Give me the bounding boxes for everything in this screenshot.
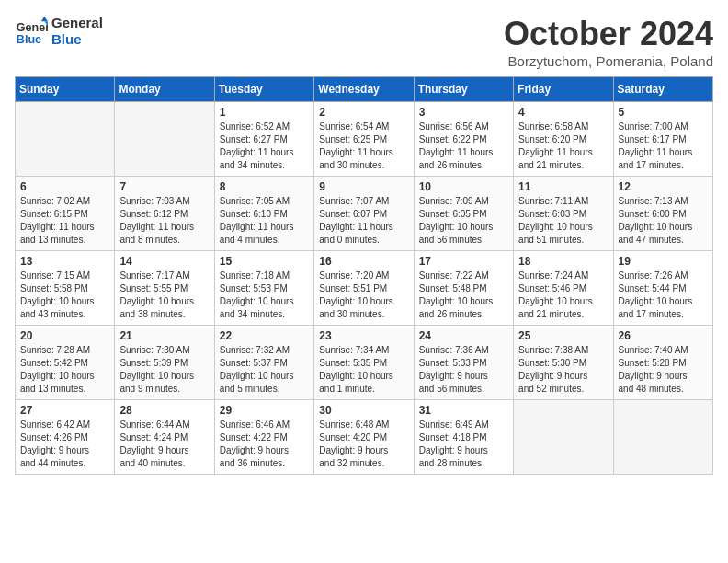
day-cell: 6Sunrise: 7:02 AM Sunset: 6:15 PM Daylig… <box>16 177 115 251</box>
day-number: 31 <box>419 404 508 417</box>
day-cell: 26Sunrise: 7:40 AM Sunset: 5:28 PM Dayli… <box>613 326 712 400</box>
day-info: Sunrise: 7:13 AM Sunset: 6:00 PM Dayligh… <box>619 195 708 247</box>
day-cell: 23Sunrise: 7:34 AM Sunset: 5:35 PM Dayli… <box>314 326 414 400</box>
day-info: Sunrise: 7:30 AM Sunset: 5:39 PM Dayligh… <box>119 344 209 396</box>
header-row: SundayMondayTuesdayWednesdayThursdayFrid… <box>16 77 713 102</box>
day-number: 5 <box>619 106 708 119</box>
day-cell: 1Sunrise: 6:52 AM Sunset: 6:27 PM Daylig… <box>214 102 313 177</box>
day-number: 6 <box>20 180 109 193</box>
day-info: Sunrise: 6:49 AM Sunset: 4:18 PM Dayligh… <box>419 419 508 470</box>
day-number: 13 <box>20 255 109 268</box>
day-cell: 3Sunrise: 6:56 AM Sunset: 6:22 PM Daylig… <box>414 102 513 177</box>
week-row-4: 20Sunrise: 7:28 AM Sunset: 5:42 PM Dayli… <box>16 326 713 400</box>
header-tuesday: Tuesday <box>214 77 313 102</box>
day-number: 7 <box>119 180 209 193</box>
day-info: Sunrise: 7:07 AM Sunset: 6:07 PM Dayligh… <box>319 195 408 247</box>
day-info: Sunrise: 7:22 AM Sunset: 5:48 PM Dayligh… <box>419 270 508 321</box>
day-cell: 29Sunrise: 6:46 AM Sunset: 4:22 PM Dayli… <box>214 400 313 475</box>
day-cell: 14Sunrise: 7:17 AM Sunset: 5:55 PM Dayli… <box>115 251 214 326</box>
day-cell: 17Sunrise: 7:22 AM Sunset: 5:48 PM Dayli… <box>414 251 513 326</box>
logo-line1: General <box>51 15 103 31</box>
day-number: 19 <box>619 255 708 268</box>
day-number: 9 <box>319 180 408 193</box>
day-number: 17 <box>419 255 508 268</box>
week-row-2: 6Sunrise: 7:02 AM Sunset: 6:15 PM Daylig… <box>16 177 713 251</box>
day-cell: 24Sunrise: 7:36 AM Sunset: 5:33 PM Dayli… <box>414 326 513 400</box>
subtitle: Borzytuchom, Pomerania, Poland <box>504 53 713 69</box>
day-number: 23 <box>319 329 408 342</box>
week-row-5: 27Sunrise: 6:42 AM Sunset: 4:26 PM Dayli… <box>16 400 713 475</box>
day-info: Sunrise: 6:52 AM Sunset: 6:27 PM Dayligh… <box>220 121 309 172</box>
logo: General Blue General Blue <box>15 15 103 48</box>
day-cell: 7Sunrise: 7:03 AM Sunset: 6:12 PM Daylig… <box>115 177 214 251</box>
day-cell <box>613 400 712 475</box>
week-row-3: 13Sunrise: 7:15 AM Sunset: 5:58 PM Dayli… <box>16 251 713 326</box>
day-number: 16 <box>319 255 408 268</box>
day-number: 21 <box>119 329 209 342</box>
day-cell: 25Sunrise: 7:38 AM Sunset: 5:30 PM Dayli… <box>514 326 613 400</box>
header-sunday: Sunday <box>16 77 115 102</box>
day-number: 22 <box>220 329 309 342</box>
day-number: 25 <box>518 329 608 342</box>
day-info: Sunrise: 7:05 AM Sunset: 6:10 PM Dayligh… <box>220 195 309 247</box>
day-info: Sunrise: 7:11 AM Sunset: 6:03 PM Dayligh… <box>518 195 608 247</box>
calendar-table: SundayMondayTuesdayWednesdayThursdayFrid… <box>15 76 713 475</box>
title-block: October 2024 Borzytuchom, Pomerania, Pol… <box>504 15 713 69</box>
month-title: October 2024 <box>504 15 713 53</box>
day-number: 29 <box>220 404 309 417</box>
day-info: Sunrise: 6:42 AM Sunset: 4:26 PM Dayligh… <box>20 419 109 470</box>
day-cell: 20Sunrise: 7:28 AM Sunset: 5:42 PM Dayli… <box>16 326 115 400</box>
page-header: General Blue General Blue October 2024 B… <box>15 15 713 69</box>
day-number: 2 <box>319 106 408 119</box>
header-thursday: Thursday <box>414 77 513 102</box>
day-cell: 8Sunrise: 7:05 AM Sunset: 6:10 PM Daylig… <box>214 177 313 251</box>
header-friday: Friday <box>514 77 613 102</box>
day-number: 1 <box>220 106 309 119</box>
day-info: Sunrise: 7:09 AM Sunset: 6:05 PM Dayligh… <box>419 195 508 247</box>
day-info: Sunrise: 7:40 AM Sunset: 5:28 PM Dayligh… <box>619 344 708 396</box>
day-cell: 18Sunrise: 7:24 AM Sunset: 5:46 PM Dayli… <box>514 251 613 326</box>
day-cell <box>514 400 613 475</box>
day-number: 24 <box>419 329 508 342</box>
day-info: Sunrise: 7:24 AM Sunset: 5:46 PM Dayligh… <box>518 270 608 321</box>
day-cell <box>115 102 214 177</box>
day-number: 26 <box>619 329 708 342</box>
day-info: Sunrise: 7:32 AM Sunset: 5:37 PM Dayligh… <box>220 344 309 396</box>
day-cell: 15Sunrise: 7:18 AM Sunset: 5:53 PM Dayli… <box>214 251 313 326</box>
day-info: Sunrise: 7:38 AM Sunset: 5:30 PM Dayligh… <box>518 344 608 396</box>
day-number: 20 <box>20 329 109 342</box>
day-cell: 9Sunrise: 7:07 AM Sunset: 6:07 PM Daylig… <box>314 177 414 251</box>
day-cell: 10Sunrise: 7:09 AM Sunset: 6:05 PM Dayli… <box>414 177 513 251</box>
day-number: 27 <box>20 404 109 417</box>
day-info: Sunrise: 7:26 AM Sunset: 5:44 PM Dayligh… <box>619 270 708 321</box>
day-info: Sunrise: 7:36 AM Sunset: 5:33 PM Dayligh… <box>419 344 508 396</box>
logo-line2: Blue <box>51 31 103 48</box>
day-cell: 5Sunrise: 7:00 AM Sunset: 6:17 PM Daylig… <box>613 102 712 177</box>
day-number: 3 <box>419 106 508 119</box>
day-cell: 12Sunrise: 7:13 AM Sunset: 6:00 PM Dayli… <box>613 177 712 251</box>
day-info: Sunrise: 7:03 AM Sunset: 6:12 PM Dayligh… <box>119 195 209 247</box>
day-cell: 28Sunrise: 6:44 AM Sunset: 4:24 PM Dayli… <box>115 400 214 475</box>
day-cell: 21Sunrise: 7:30 AM Sunset: 5:39 PM Dayli… <box>115 326 214 400</box>
day-info: Sunrise: 7:34 AM Sunset: 5:35 PM Dayligh… <box>319 344 408 396</box>
logo-icon: General Blue <box>15 15 48 48</box>
day-number: 11 <box>518 180 608 193</box>
day-number: 18 <box>518 255 608 268</box>
week-row-1: 1Sunrise: 6:52 AM Sunset: 6:27 PM Daylig… <box>16 102 713 177</box>
header-saturday: Saturday <box>613 77 712 102</box>
header-wednesday: Wednesday <box>314 77 414 102</box>
day-info: Sunrise: 6:58 AM Sunset: 6:20 PM Dayligh… <box>518 121 608 172</box>
day-info: Sunrise: 6:44 AM Sunset: 4:24 PM Dayligh… <box>119 419 209 470</box>
day-info: Sunrise: 7:18 AM Sunset: 5:53 PM Dayligh… <box>220 270 309 321</box>
day-number: 4 <box>518 106 608 119</box>
svg-marker-2 <box>41 17 48 21</box>
day-info: Sunrise: 7:00 AM Sunset: 6:17 PM Dayligh… <box>619 121 708 172</box>
day-number: 30 <box>319 404 408 417</box>
svg-text:Blue: Blue <box>17 33 41 46</box>
header-monday: Monday <box>115 77 214 102</box>
day-number: 14 <box>119 255 209 268</box>
day-number: 15 <box>220 255 309 268</box>
day-cell: 27Sunrise: 6:42 AM Sunset: 4:26 PM Dayli… <box>16 400 115 475</box>
day-cell: 4Sunrise: 6:58 AM Sunset: 6:20 PM Daylig… <box>514 102 613 177</box>
day-info: Sunrise: 6:46 AM Sunset: 4:22 PM Dayligh… <box>220 419 309 470</box>
